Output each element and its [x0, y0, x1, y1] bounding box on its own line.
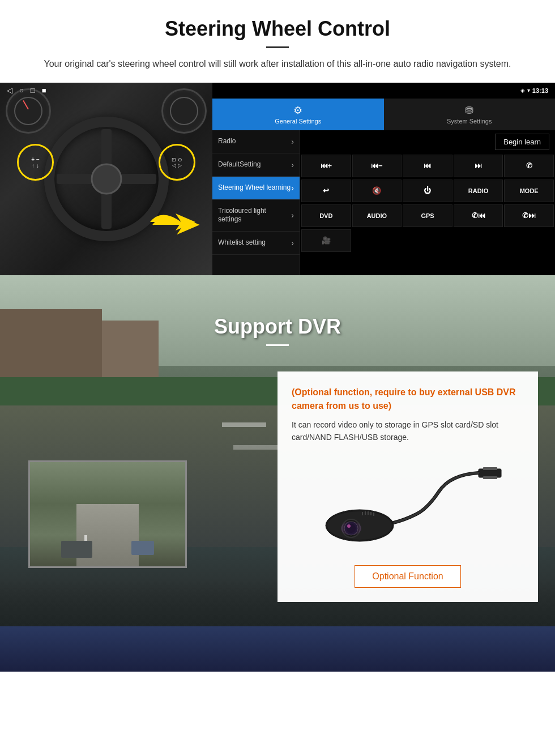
menu-item-radio[interactable]: Radio ›	[212, 130, 300, 153]
dvr-camera-illustration	[292, 455, 524, 551]
dvr-section: Support DVR (Optional function, require …	[0, 275, 555, 672]
recent-icon: □	[31, 86, 35, 95]
dvr-description: It can record video only to storage in G…	[292, 418, 524, 444]
sw-highlight-left: + − ↑ ↓	[17, 144, 54, 181]
ctrl-vol-up[interactable]: ⏮+	[301, 155, 351, 177]
svg-rect-2	[483, 476, 497, 479]
title-divider	[266, 46, 289, 48]
ctrl-hangup[interactable]: ↩	[301, 180, 351, 202]
page-title: Steering Wheel Control	[23, 17, 532, 41]
optional-function-button[interactable]: Optional Function	[355, 565, 460, 588]
chevron-icon: ›	[291, 211, 294, 220]
ctrl-call-next[interactable]: ✆⏭	[504, 204, 554, 227]
sw-highlight-right: ⊡ ⊙ ◁ ▷	[159, 144, 195, 181]
svg-rect-0	[479, 469, 501, 477]
next-icon: ⏭	[475, 161, 482, 170]
steering-arrow	[150, 205, 201, 247]
android-tabs: ⚙ General Settings ⛃ System Settings	[212, 99, 555, 130]
vol-down-icon: ⏮−	[371, 161, 383, 170]
chevron-icon: ›	[291, 160, 294, 169]
ctrl-prev[interactable]: ⏮	[403, 155, 452, 177]
menu-label-tricoloured: Tricoloured light settings	[218, 207, 291, 224]
location-icon: ◈	[520, 87, 525, 93]
menu-item-default[interactable]: DefaultSetting ›	[212, 153, 300, 177]
steering-section: Steering Wheel Control Your original car…	[0, 0, 555, 71]
ctrl-vol-down[interactable]: ⏮−	[352, 155, 402, 177]
dvr-content: Support DVR (Optional function, require …	[0, 275, 555, 603]
wifi-icon: ▾	[527, 87, 530, 93]
dvr-thumbnail	[28, 460, 187, 568]
menu-icon: ■	[42, 86, 46, 95]
ctrl-dvd[interactable]: DVD	[301, 204, 351, 227]
android-panel: ◁ ○ □ ■ ◈ ▾ 13:13 ⚙ General Settings ⛃ S…	[212, 83, 555, 275]
svg-rect-1	[483, 467, 497, 470]
begin-learn-button[interactable]: Begin learn	[495, 134, 549, 150]
begin-learn-row: Begin learn	[300, 130, 555, 153]
menu-label-steering: Steering Wheel learning	[218, 183, 291, 193]
menu-item-steering[interactable]: Steering Wheel learning ›	[212, 177, 300, 200]
time-display: 13:13	[532, 87, 548, 94]
ctrl-next[interactable]: ⏭	[454, 155, 503, 177]
ctrl-power[interactable]: ⏻	[403, 180, 452, 202]
tab-system-settings[interactable]: ⛃ System Settings	[384, 99, 556, 130]
ctrl-camera[interactable]: 🎥	[301, 229, 351, 252]
audio-label: AUDIO	[367, 212, 387, 219]
chevron-icon: ›	[291, 183, 294, 193]
power-icon: ⏻	[424, 186, 431, 195]
steering-ui-area: + − ↑ ↓ ⊡ ⊙ ◁ ▷ ◁ ○ □ ■	[0, 83, 555, 275]
menu-label-whitelist: Whitelist setting	[218, 238, 266, 247]
home-icon: ○	[19, 86, 24, 95]
ctrl-call[interactable]: ✆	[504, 155, 554, 177]
svg-point-14	[341, 522, 361, 535]
dvr-title: Support DVR	[23, 315, 532, 339]
status-icons: ◈ ▾ 13:13	[520, 87, 548, 94]
dvr-info-card: (Optional function, require to buy exter…	[278, 371, 538, 603]
tab-general-settings[interactable]: ⚙ General Settings	[212, 99, 384, 130]
android-statusbar: ◁ ○ □ ■ ◈ ▾ 13:13	[212, 83, 555, 99]
sw-hub	[91, 163, 122, 194]
radio-label: RADIO	[468, 187, 488, 194]
menu-item-tricoloured[interactable]: Tricoloured light settings ›	[212, 200, 300, 232]
control-grid-row3: DVD AUDIO GPS ✆⏮ ✆⏭	[300, 203, 555, 228]
mode-label: MODE	[520, 187, 539, 194]
ctrl-gps[interactable]: GPS	[403, 204, 452, 227]
chevron-icon: ›	[291, 238, 294, 247]
call-next-icon: ✆⏭	[522, 211, 536, 220]
dvr-divider	[266, 344, 289, 346]
steering-subtitle: Your original car's steering wheel contr…	[37, 57, 518, 71]
ctrl-call-prev[interactable]: ✆⏮	[454, 204, 503, 227]
mute-icon: 🔇	[372, 186, 381, 195]
android-body: Radio › DefaultSetting › Steering Wheel …	[212, 130, 555, 275]
ctrl-mode[interactable]: MODE	[504, 180, 554, 202]
ctrl-radio[interactable]: RADIO	[454, 180, 503, 202]
control-grid-row4: 🎥	[300, 228, 555, 253]
ctrl-mute[interactable]: 🔇	[352, 180, 402, 202]
phone-icon: ✆	[526, 161, 532, 170]
dvr-camera-svg	[309, 458, 507, 548]
back-icon: ◁	[7, 86, 12, 95]
chevron-icon: ›	[291, 137, 294, 146]
ctrl-audio[interactable]: AUDIO	[352, 204, 402, 227]
prev-icon: ⏮	[424, 161, 431, 170]
gps-label: GPS	[421, 212, 434, 219]
tab-general-label: General Settings	[275, 118, 321, 125]
dvd-label: DVD	[319, 212, 332, 219]
vol-up-icon: ⏮+	[321, 161, 332, 170]
menu-label-default: DefaultSetting	[218, 160, 261, 169]
dvr-optional-notice: (Optional function, require to buy exter…	[292, 386, 524, 413]
control-grid-row2: ↩ 🔇 ⏻ RADIO MODE	[300, 178, 555, 203]
call-prev-icon: ✆⏮	[472, 211, 485, 220]
camera-icon: 🎥	[322, 236, 331, 245]
steering-photo: + − ↑ ↓ ⊡ ⊙ ◁ ▷	[0, 83, 212, 275]
dvr-title-block: Support DVR	[0, 304, 555, 360]
control-grid-row1: ⏮+ ⏮− ⏮ ⏭ ✆	[300, 153, 555, 178]
gear-icon: ⚙	[293, 104, 302, 117]
steering-content: Begin learn ⏮+ ⏮− ⏮ ⏭ ✆ ↩ 🔇 ⏻ RADIO MODE	[300, 130, 555, 275]
optional-fn-container: Optional Function	[292, 559, 524, 588]
system-icon: ⛃	[465, 104, 473, 117]
tab-system-label: System Settings	[447, 118, 492, 125]
menu-item-whitelist[interactable]: Whitelist setting ›	[212, 232, 300, 255]
menu-label-radio: Radio	[218, 137, 236, 146]
nav-icons: ◁ ○ □ ■	[7, 86, 46, 95]
hangup-icon: ↩	[323, 186, 329, 195]
